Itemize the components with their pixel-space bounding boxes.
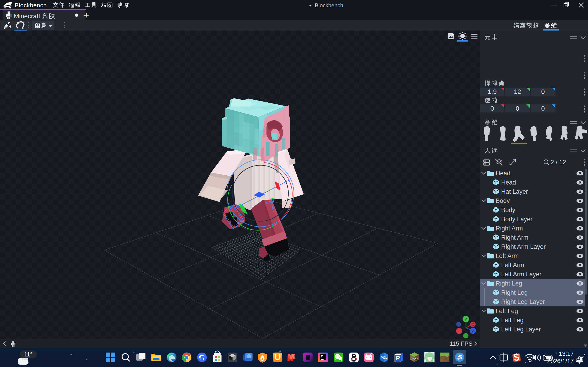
svg-text:2 / 12: 2 / 12 — [551, 159, 566, 166]
svg-text:Right Arm: Right Arm — [501, 234, 528, 241]
svg-text:Left Leg: Left Leg — [501, 317, 524, 324]
svg-text:Z: Z — [472, 329, 474, 333]
svg-text:Right Arm: Right Arm — [496, 225, 523, 232]
svg-text:2026/1/17: 2026/1/17 — [547, 358, 574, 365]
svg-text:Head: Head — [501, 179, 516, 186]
svg-text:Y: Y — [464, 317, 467, 322]
svg-text:11°: 11° — [24, 351, 32, 358]
svg-text:P: P — [396, 355, 400, 361]
svg-text:0: 0 — [516, 105, 519, 112]
svg-text:0: 0 — [541, 88, 545, 95]
svg-text:0: 0 — [541, 105, 545, 112]
svg-text:Left Arm: Left Arm — [496, 252, 519, 259]
svg-text:Left Arm: Left Arm — [501, 262, 524, 268]
svg-text:Left Arm Layer: Left Arm Layer — [501, 271, 542, 278]
svg-text:1.9: 1.9 — [488, 88, 497, 95]
svg-text:HMCL: HMCL — [411, 358, 418, 360]
svg-text:z: z — [584, 352, 586, 356]
svg-text:Right Arm Layer: Right Arm Layer — [501, 243, 546, 250]
svg-text:Head: Head — [496, 170, 510, 177]
svg-text:Right Leg Layer: Right Leg Layer — [501, 298, 545, 305]
svg-text:X: X — [472, 323, 474, 326]
svg-text:Left Leg Layer: Left Leg Layer — [501, 326, 541, 333]
svg-text:Hat Layer: Hat Layer — [501, 188, 528, 195]
svg-text:12: 12 — [514, 88, 521, 95]
svg-text:PCL: PCL — [380, 356, 387, 359]
svg-text:Body: Body — [501, 207, 515, 213]
svg-text:Body: Body — [496, 197, 510, 204]
svg-text:Left Leg: Left Leg — [496, 308, 518, 314]
svg-text:13:17: 13:17 — [559, 350, 574, 357]
svg-text:z: z — [582, 355, 584, 359]
svg-text:Right Leg: Right Leg — [496, 280, 522, 287]
svg-text:Right Leg: Right Leg — [501, 289, 528, 296]
svg-text:Body Layer: Body Layer — [501, 216, 533, 223]
svg-text:0: 0 — [490, 105, 494, 112]
